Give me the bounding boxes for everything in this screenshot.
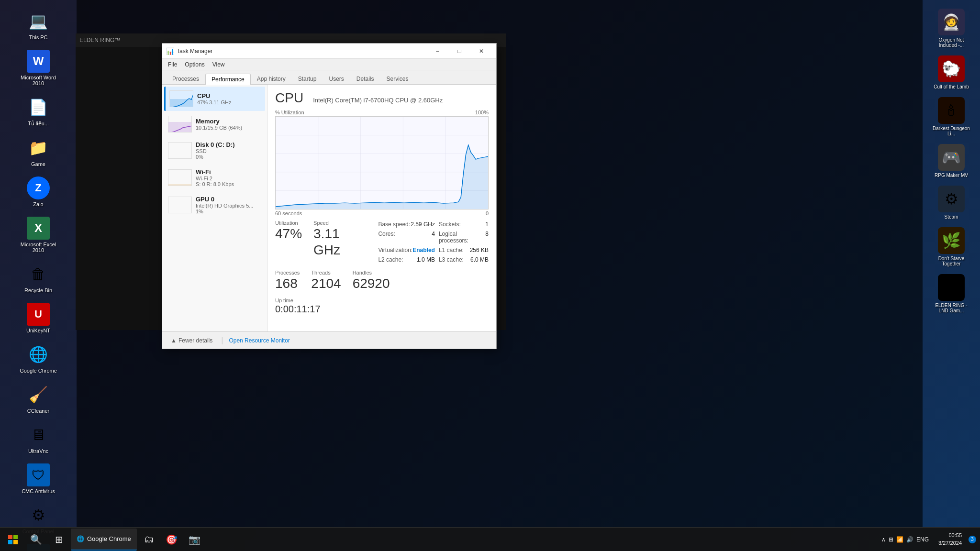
close-button[interactable]: ✕ [470, 44, 492, 59]
memory-sub: 10.1/15.9 GB (64%) [196, 125, 261, 131]
cpu-sub: 47% 3.11 GHz [197, 99, 261, 105]
base-speed-row: Base speed: 2.59 GHz [378, 220, 435, 229]
search-button[interactable]: 🔍 [25, 529, 47, 551]
stats-row-2: Processes 168 Threads 2104 Handles 62920 [275, 270, 489, 292]
resource-item-memory[interactable]: Memory 10.1/15.9 GB (64%) [164, 112, 265, 136]
tab-app-history[interactable]: App history [251, 73, 292, 84]
speed-value: 3.11 GHz [313, 226, 367, 258]
task-view-button[interactable]: ⊞ [48, 529, 70, 551]
maximize-button[interactable]: □ [448, 44, 470, 59]
virt-label: Virtualization: [378, 247, 412, 253]
oxygen-label: Oxygen Not Included -... [930, 37, 972, 48]
desktop-icon-ultravnc[interactable]: 🖥 UltraVnc [10, 419, 67, 458]
taskbar-pin1[interactable]: 🗂 [138, 529, 160, 551]
chart-labels-top: % Utilization 100% [275, 110, 489, 115]
desktop-icon-unikey[interactable]: U UniKeyNT [10, 299, 67, 337]
handles-value: 62920 [353, 276, 390, 292]
taskbar-clock[interactable]: 00:55 3/27/2024 [935, 531, 966, 548]
svg-rect-11 [13, 540, 18, 544]
virt-row: Virtualization: Enabled [378, 246, 435, 254]
desktop-icon-ccleaner[interactable]: 🧹 CCleaner [10, 379, 67, 418]
logical-row: Logical processors: 8 [439, 230, 489, 245]
menu-options[interactable]: Options [181, 60, 208, 69]
threads-stat: Threads 2104 [311, 270, 341, 292]
wifi-thumb [168, 169, 192, 186]
desktop-icon-dont-starve[interactable]: 🌿 Don't Starve Together [927, 224, 975, 269]
cpu-detail-title: CPU [275, 90, 303, 106]
desktop-icon-word[interactable]: W Microsoft Word 2010 [10, 46, 67, 90]
memory-info: Memory 10.1/15.9 GB (64%) [196, 118, 261, 131]
resource-item-cpu[interactable]: CPU 47% 3.11 GHz [164, 87, 265, 111]
desktop-icon-game[interactable]: 📁 Game [10, 132, 67, 171]
sockets-row: Sockets: 1 [439, 220, 489, 229]
taskbar-chrome-app[interactable]: 🌐 Google Chrome [71, 529, 137, 551]
resource-item-disk[interactable]: Disk 0 (C: D:) SSD 0% [164, 137, 265, 164]
tab-processes[interactable]: Processes [166, 73, 205, 84]
desktop-icon-excel[interactable]: X Microsoft Excel 2010 [10, 213, 67, 257]
zalo-icon: Z [27, 176, 50, 199]
desktop-icon-zalo[interactable]: Z Zalo [10, 173, 67, 211]
task-manager-title: Task Manager [177, 48, 426, 55]
desktop-icon-steam[interactable]: ⚙ Steam [927, 183, 975, 222]
taskbar-pin2[interactable]: 🎯 [161, 529, 183, 551]
tray-network-icon[interactable]: 📶 [896, 536, 903, 543]
task-manager-window: 📊 Task Manager − □ ✕ File Options View P… [162, 43, 497, 349]
desktop-icons-right: 🧑‍🚀 Oxygen Not Included -... 🐑 Cult of t… [923, 0, 980, 551]
taskbar: 🔍 ⊞ 🌐 Google Chrome 🗂 🎯 📷 ∧ ⊞ 📶 🔊 ENG 00… [0, 527, 980, 551]
desktop-icon-rpgmaker[interactable]: 🎮 RPG Maker MV [927, 141, 975, 181]
desktop-icon-tu-lieu[interactable]: 📄 Tủ liệu... [10, 92, 67, 131]
gpu-sub1: Intel(R) HD Graphics 5... [196, 203, 261, 209]
threads-label: Threads [311, 270, 341, 276]
sockets-label: Sockets: [439, 221, 461, 228]
svg-rect-9 [13, 535, 18, 539]
logical-label: Logical processors: [439, 231, 485, 244]
fewer-details-button[interactable]: ▲ Fewer details [168, 335, 215, 346]
specs-panel: Base speed: 2.59 GHz Sockets: 1 Cores: 4 [378, 220, 489, 264]
tab-performance[interactable]: Performance [205, 74, 251, 85]
tray-store-icon[interactable]: ⊞ [889, 536, 893, 543]
gpu-name: GPU 0 [196, 196, 261, 203]
tab-startup[interactable]: Startup [292, 73, 323, 84]
desktop-icon-cult[interactable]: 🐑 Cult of the Lamb [927, 53, 975, 92]
resource-item-wifi[interactable]: Wi-Fi Wi-Fi 2 S: 0 R: 8.0 Kbps [164, 165, 265, 191]
desktop-icon-cmc[interactable]: 🛡 CMC Antivirus [10, 460, 67, 498]
desktop-icon-chrome[interactable]: 🌐 Google Chrome [10, 339, 67, 377]
desktop-icon-this-pc[interactable]: 💻 This PC [10, 6, 67, 44]
menu-file[interactable]: File [164, 60, 181, 69]
tab-users[interactable]: Users [323, 73, 350, 84]
menu-view[interactable]: View [209, 60, 229, 69]
taskbar-pin3[interactable]: 📷 [184, 529, 206, 551]
taskbar-tray: ∧ ⊞ 📶 🔊 ENG [878, 534, 933, 545]
desktop-icon-elden-ring-lnd[interactable]: ⚔ ELDEN RING - LND Gam... [927, 271, 975, 316]
cpu-thumb [169, 90, 193, 107]
chart-y-max: 100% [475, 110, 489, 115]
processes-value: 168 [275, 276, 300, 292]
fewer-details-label: Fewer details [178, 337, 212, 344]
notification-badge[interactable]: 3 [969, 536, 976, 543]
tray-volume-icon[interactable]: 🔊 [906, 536, 913, 543]
dont-starve-label: Don't Starve Together [930, 256, 972, 266]
sockets-value: 1 [485, 221, 489, 228]
utilization-stat: Utilization 47% [275, 220, 302, 264]
tray-language[interactable]: ENG [916, 536, 929, 543]
chrome-icon: 🌐 [27, 343, 50, 366]
open-resource-monitor-link[interactable]: Open Resource Monitor [229, 337, 290, 344]
desktop-icon-darkest[interactable]: 🕯 Darkest Dungeon Li... [927, 94, 975, 139]
l3-value: 6.0 MB [470, 256, 489, 263]
desktop-icon-recycle-bin[interactable]: 🗑 Recycle Bin [10, 259, 67, 297]
threads-value: 2104 [311, 276, 341, 292]
steam-label: Steam [945, 214, 958, 220]
tab-services[interactable]: Services [380, 73, 415, 84]
clock-time: 00:55 [938, 532, 962, 539]
desktop-icon-oxygen[interactable]: 🧑‍🚀 Oxygen Not Included -... [927, 6, 975, 51]
processes-label: Processes [275, 270, 300, 276]
tab-details[interactable]: Details [350, 73, 380, 84]
tray-expand-icon[interactable]: ∧ [881, 536, 886, 543]
fewer-details-icon: ▲ [171, 337, 177, 344]
excel-label: Microsoft Excel 2010 [14, 242, 62, 253]
ccleaner-icon: 🧹 [27, 383, 50, 406]
start-button[interactable] [2, 529, 24, 551]
resource-item-gpu[interactable]: GPU 0 Intel(R) HD Graphics 5... 1% [164, 192, 265, 218]
cpu-name: CPU [197, 92, 261, 99]
minimize-button[interactable]: − [426, 44, 448, 59]
